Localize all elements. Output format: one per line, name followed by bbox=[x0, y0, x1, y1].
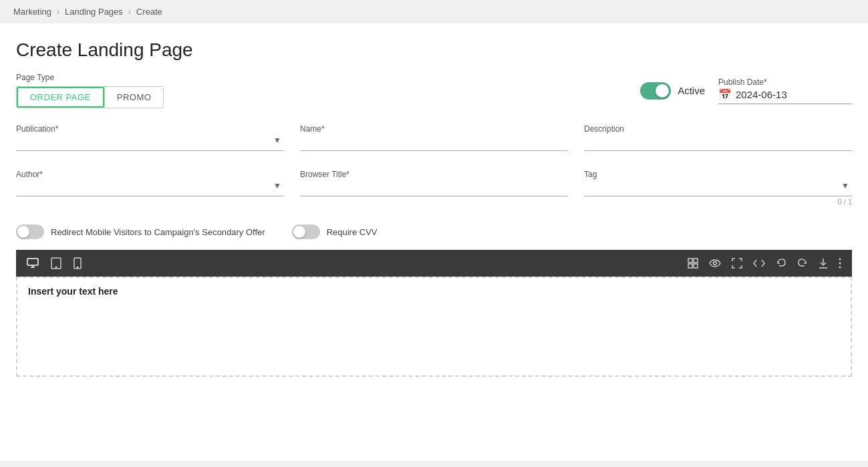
redo-icon bbox=[797, 258, 808, 269]
calendar-icon: 📅 bbox=[718, 88, 732, 101]
svg-rect-0 bbox=[27, 259, 38, 265]
toolbar-left bbox=[23, 255, 86, 272]
browser-title-label: Browser Title* bbox=[300, 170, 349, 179]
publish-date-value[interactable]: 2024-06-13 bbox=[736, 89, 852, 100]
code-icon bbox=[753, 259, 765, 268]
require-cvv-label: Require CVV bbox=[327, 227, 378, 237]
require-cvv-toggle-item: Require CVV bbox=[292, 224, 378, 239]
grid-icon bbox=[688, 258, 698, 269]
redirect-toggle[interactable] bbox=[16, 224, 44, 239]
form-row-1: Publication* ▼ Name* Description bbox=[16, 124, 852, 151]
more-icon bbox=[839, 258, 841, 269]
mobile-view-btn[interactable] bbox=[69, 255, 86, 272]
svg-rect-8 bbox=[694, 259, 698, 263]
tablet-view-btn[interactable] bbox=[47, 255, 65, 272]
require-cvv-toggle-track bbox=[292, 224, 320, 239]
undo-icon bbox=[776, 258, 786, 269]
breadcrumb: Marketing › Landing Pages › Create bbox=[0, 0, 868, 23]
require-cvv-toggle-thumb bbox=[293, 226, 305, 238]
preview-btn[interactable] bbox=[705, 257, 725, 270]
publish-date-label: Publish Date* bbox=[718, 77, 852, 87]
right-controls: Active Publish Date* 📅 2024-06-13 bbox=[640, 77, 852, 104]
toggle-track bbox=[640, 82, 671, 100]
breadcrumb-create: Create bbox=[136, 7, 162, 17]
breadcrumb-sep-2: › bbox=[128, 7, 131, 17]
page-type-section: Page Type ORDER PAGE PROMO bbox=[16, 73, 164, 108]
svg-point-15 bbox=[839, 263, 841, 265]
active-toggle[interactable] bbox=[640, 82, 671, 100]
svg-point-6 bbox=[77, 267, 78, 268]
author-select-wrapper: ▼ bbox=[16, 170, 284, 196]
mobile-icon bbox=[74, 257, 82, 269]
form-row-2: Author* ▼ Browser Title* Tag ▼ 0 / 1 bbox=[16, 170, 852, 206]
breadcrumb-marketing[interactable]: Marketing bbox=[13, 7, 51, 17]
tablet-icon bbox=[51, 257, 61, 269]
svg-rect-7 bbox=[688, 259, 692, 263]
name-label: Name* bbox=[300, 124, 325, 134]
undo-btn[interactable] bbox=[772, 255, 790, 271]
main-content: Create Landing Page Page Type ORDER PAGE… bbox=[0, 23, 868, 461]
active-toggle-group: Active bbox=[640, 82, 705, 100]
author-select[interactable] bbox=[16, 170, 284, 196]
redirect-toggle-item: Redirect Mobile Visitors to Campaign's S… bbox=[16, 224, 265, 239]
editor-placeholder: Insert your text here bbox=[28, 286, 118, 297]
browser-title-field: Browser Title* bbox=[300, 170, 568, 206]
top-controls: Page Type ORDER PAGE PROMO Active Publis… bbox=[16, 73, 852, 108]
svg-point-14 bbox=[839, 259, 841, 261]
name-input[interactable] bbox=[300, 124, 568, 151]
editor-toolbar bbox=[16, 250, 852, 277]
page-type-label: Page Type bbox=[16, 73, 164, 82]
redirect-label: Redirect Mobile Visitors to Campaign's S… bbox=[51, 227, 265, 237]
publication-select[interactable] bbox=[16, 124, 284, 150]
page-type-promo-btn[interactable]: PROMO bbox=[104, 87, 164, 108]
svg-point-4 bbox=[55, 267, 57, 268]
toolbar-right bbox=[684, 255, 845, 271]
page-type-order-btn[interactable]: ORDER PAGE bbox=[17, 87, 104, 108]
tag-select-wrapper: ▼ bbox=[584, 170, 852, 196]
desktop-view-btn[interactable] bbox=[23, 255, 43, 271]
author-field: Author* ▼ bbox=[16, 170, 284, 206]
tag-field: Tag ▼ 0 / 1 bbox=[584, 170, 852, 206]
description-label: Description bbox=[584, 124, 624, 134]
active-label: Active bbox=[678, 85, 705, 96]
description-field: Description bbox=[584, 124, 852, 151]
desktop-icon bbox=[27, 258, 39, 269]
publish-date-row: 📅 2024-06-13 bbox=[718, 88, 852, 104]
svg-rect-9 bbox=[688, 264, 692, 268]
publish-date-section: Publish Date* 📅 2024-06-13 bbox=[718, 77, 852, 104]
tag-select[interactable] bbox=[584, 170, 852, 196]
fullscreen-icon bbox=[732, 258, 742, 269]
download-icon bbox=[819, 258, 828, 269]
page-title: Create Landing Page bbox=[16, 39, 852, 61]
breadcrumb-landing-pages[interactable]: Landing Pages bbox=[65, 7, 123, 17]
publication-field: Publication* ▼ bbox=[16, 124, 284, 151]
toggle-thumb bbox=[656, 84, 669, 98]
redo-btn[interactable] bbox=[793, 255, 812, 271]
svg-point-16 bbox=[839, 267, 841, 269]
download-btn[interactable] bbox=[815, 255, 832, 271]
require-cvv-toggle[interactable] bbox=[292, 224, 320, 239]
description-input[interactable] bbox=[584, 124, 852, 151]
editor-area[interactable]: Insert your text here bbox=[16, 277, 852, 377]
eye-icon bbox=[709, 259, 721, 267]
toggles-row: Redirect Mobile Visitors to Campaign's S… bbox=[16, 224, 852, 239]
svg-point-11 bbox=[714, 262, 717, 265]
more-btn[interactable] bbox=[835, 255, 845, 271]
publication-select-wrapper: ▼ bbox=[16, 124, 284, 151]
grid-btn[interactable] bbox=[684, 255, 702, 271]
name-field: Name* bbox=[300, 124, 568, 151]
page-type-buttons: ORDER PAGE PROMO bbox=[16, 86, 164, 108]
redirect-toggle-track bbox=[16, 224, 44, 239]
fullscreen-btn[interactable] bbox=[728, 255, 746, 271]
redirect-toggle-thumb bbox=[17, 226, 29, 238]
tag-count: 0 / 1 bbox=[584, 198, 852, 206]
breadcrumb-sep-1: › bbox=[57, 7, 59, 17]
code-btn[interactable] bbox=[749, 256, 769, 271]
svg-rect-10 bbox=[694, 264, 698, 268]
